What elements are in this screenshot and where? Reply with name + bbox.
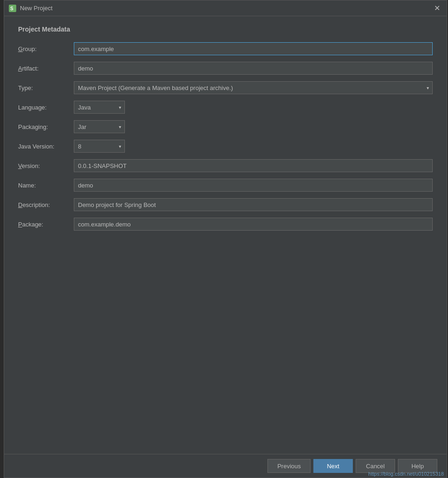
package-input[interactable] (74, 218, 433, 231)
packaging-label: Packaging: (18, 123, 74, 130)
name-label: Name: (18, 182, 74, 189)
section-title: Project Metadata (18, 26, 433, 33)
close-button[interactable]: ✕ (432, 4, 442, 13)
artifact-row: Artifact: (18, 62, 433, 75)
name-input[interactable] (74, 179, 433, 192)
new-project-dialog: S New Project ✕ Project Metadata Group: … (4, 0, 447, 478)
packaging-control: Jar War ▾ (74, 120, 433, 133)
java-version-label: Java Version: (18, 143, 74, 150)
description-input[interactable] (74, 198, 433, 211)
type-row: Type: Maven Project (Generate a Maven ba… (18, 81, 433, 94)
description-row: Description: (18, 198, 433, 211)
svg-text:S: S (10, 6, 13, 11)
language-select-wrapper: Java Kotlin Groovy ▾ (74, 101, 125, 114)
language-label: Language: (18, 104, 74, 111)
group-label: Group: (18, 45, 74, 52)
language-control: Java Kotlin Groovy ▾ (74, 101, 433, 114)
java-version-control: 8 11 17 21 ▾ (74, 140, 433, 153)
name-control (74, 179, 433, 192)
dialog-title: New Project (20, 5, 432, 12)
group-row: Group: (18, 42, 433, 55)
group-input[interactable] (74, 42, 433, 55)
package-row: Package: (18, 218, 433, 231)
package-label: Package: (18, 221, 74, 228)
language-row: Language: Java Kotlin Groovy ▾ (18, 101, 433, 114)
previous-button[interactable]: Previous (267, 459, 311, 473)
dialog-titlebar: S New Project ✕ (4, 0, 447, 16)
description-label: Description: (18, 201, 74, 208)
footer-url: https://blog.csdn.net/u010215318 (365, 470, 447, 478)
group-control (74, 42, 433, 55)
packaging-row: Packaging: Jar War ▾ (18, 120, 433, 133)
type-label: Type: (18, 84, 74, 91)
type-select-wrapper: Maven Project (Generate a Maven based pr… (74, 81, 433, 94)
java-version-select[interactable]: 8 11 17 21 (74, 140, 125, 153)
dialog-content: Project Metadata Group: Artifact: Type: (4, 16, 447, 454)
version-input[interactable] (74, 159, 433, 172)
artifact-label: Artifact: (18, 65, 74, 72)
type-control: Maven Project (Generate a Maven based pr… (74, 81, 433, 94)
type-select[interactable]: Maven Project (Generate a Maven based pr… (74, 81, 433, 94)
version-label: Version: (18, 162, 74, 169)
version-control (74, 159, 433, 172)
packaging-select-wrapper: Jar War ▾ (74, 120, 125, 133)
description-control (74, 198, 433, 211)
artifact-control (74, 62, 433, 75)
language-select[interactable]: Java Kotlin Groovy (74, 101, 125, 114)
next-button[interactable]: Next (313, 459, 353, 473)
java-version-select-wrapper: 8 11 17 21 ▾ (74, 140, 125, 153)
name-row: Name: (18, 179, 433, 192)
package-control (74, 218, 433, 231)
version-row: Version: (18, 159, 433, 172)
java-version-row: Java Version: 8 11 17 21 ▾ (18, 140, 433, 153)
packaging-select[interactable]: Jar War (74, 120, 125, 133)
artifact-input[interactable] (74, 62, 433, 75)
spring-icon: S (9, 5, 16, 12)
